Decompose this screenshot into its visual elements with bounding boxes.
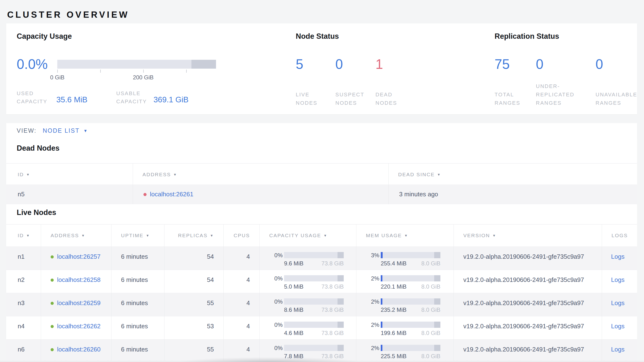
node-address-link[interactable]: localhost:26260 bbox=[57, 346, 100, 353]
bar-reserved-segment bbox=[338, 322, 344, 328]
capacity-usage-bar bbox=[284, 345, 344, 351]
node-logs-cell: Logs bbox=[602, 339, 637, 362]
node-live-dot-icon bbox=[50, 302, 54, 305]
capacity-usage-percent: 0% bbox=[266, 275, 282, 282]
logs-link[interactable]: Logs bbox=[611, 253, 624, 260]
mem-usage-widget: 2%220.1 MiB8.0 GiB bbox=[362, 275, 454, 290]
column-header-replicas[interactable]: REPLICAS▼ bbox=[164, 225, 224, 247]
node-cpus-cell: 4 bbox=[224, 270, 260, 293]
stat-value: 75 bbox=[494, 57, 510, 71]
stat-label: DEAD NODES bbox=[376, 90, 397, 107]
capacity-usage-percent: 0% bbox=[266, 252, 282, 259]
mem-usage-bar bbox=[381, 275, 440, 281]
stat-value: 0 bbox=[536, 57, 544, 71]
mem-usage-widget: 2%199.6 MiB8.0 GiB bbox=[362, 322, 454, 336]
stat-label: UNDER- REPLICATED RANGES bbox=[536, 82, 574, 107]
node-address-link[interactable]: localhost:26259 bbox=[57, 299, 100, 306]
dead-node-dead-since-cell: 3 minutes ago bbox=[388, 185, 637, 204]
node-capacity-usage-cell: 0%4.6 MiB73.8 GiB bbox=[260, 316, 356, 339]
capacity-total-value: 73.8 GiB bbox=[322, 330, 344, 336]
node-version-cell: v19.2.0-alpha.20190606-2491-gfe735c9a97 bbox=[454, 270, 602, 293]
node-live-dot-icon bbox=[50, 325, 54, 328]
dead-nodes-heading: Dead Nodes bbox=[17, 144, 60, 152]
column-header-uptime[interactable]: UPTIME▼ bbox=[112, 225, 164, 247]
mem-usage-percent: 2% bbox=[362, 345, 379, 351]
usable-capacity-value: 369.1 GiB bbox=[154, 95, 188, 104]
mem-usage-bar bbox=[381, 298, 440, 305]
view-selected-value: NODE LIST bbox=[43, 127, 80, 134]
node-uptime-cell: 6 minutes bbox=[112, 270, 164, 293]
node-cpus-cell: 4 bbox=[224, 316, 260, 339]
used-capacity-label: USED CAPACITY bbox=[17, 89, 47, 106]
capacity-usage-percent: 0% bbox=[266, 322, 282, 328]
capacity-usage-bar bbox=[284, 252, 344, 258]
column-header-address[interactable]: ADDRESS▼ bbox=[133, 163, 388, 185]
axis-tick bbox=[100, 70, 101, 73]
node-uptime-cell: 6 minutes bbox=[112, 247, 164, 270]
bar-usage-fill bbox=[381, 252, 383, 258]
mem-usage-widget: 3%255.4 MiB8.0 GiB bbox=[362, 252, 454, 267]
logs-link[interactable]: Logs bbox=[611, 346, 624, 353]
mem-used-value: 199.6 MiB bbox=[381, 330, 406, 336]
column-header-id[interactable]: ID▼ bbox=[6, 163, 133, 185]
node-address-link[interactable]: localhost:26258 bbox=[57, 276, 100, 283]
mem-used-value: 235.2 MiB bbox=[381, 306, 406, 313]
node-logs-cell: Logs bbox=[602, 316, 637, 339]
capacity-usage-widget: 0%8.6 MiB73.8 GiB bbox=[266, 298, 356, 313]
node-address-link[interactable]: localhost:26262 bbox=[57, 322, 100, 330]
node-address-link[interactable]: localhost:26257 bbox=[57, 253, 100, 260]
column-header-cpus: CPUS bbox=[224, 225, 260, 247]
node-logs-cell: Logs bbox=[602, 247, 637, 270]
column-header-label: VERSION bbox=[463, 233, 490, 238]
node-version-cell: v19.2.0-alpha.20190606-2491-gfe735c9a97 bbox=[454, 247, 602, 270]
stat-label: UNAVAILABLE RANGES bbox=[596, 90, 637, 107]
column-header-dead-since[interactable]: DEAD SINCE▼ bbox=[388, 163, 637, 185]
bar-reserved-segment bbox=[434, 275, 440, 281]
axis-tick bbox=[143, 70, 144, 73]
capacity-usage-bar bbox=[284, 322, 344, 328]
node-cpus-cell: 4 bbox=[224, 247, 260, 270]
mem-usage-bar bbox=[381, 252, 440, 258]
column-header-label: MEM USAGE bbox=[366, 233, 402, 238]
axis-tick-label: 200 GiB bbox=[129, 74, 158, 81]
node-id-cell: n1 bbox=[6, 247, 41, 270]
sort-desc-icon: ▼ bbox=[26, 173, 30, 176]
stat-label: TOTAL RANGES bbox=[494, 90, 520, 107]
node-live-dot-icon bbox=[50, 255, 54, 258]
capacity-usage-percent: 0.0% bbox=[17, 57, 48, 71]
sort-desc-icon: ▼ bbox=[404, 234, 408, 237]
node-mem-usage-cell: 2%199.6 MiB8.0 GiB bbox=[356, 316, 454, 339]
axis-tick-label: 0 GiB bbox=[48, 74, 67, 81]
column-header-label: ADDRESS bbox=[142, 172, 171, 177]
column-header-version[interactable]: VERSION▼ bbox=[454, 225, 602, 247]
logs-link[interactable]: Logs bbox=[611, 322, 624, 330]
node-live-dot-icon bbox=[50, 279, 54, 282]
axis-tick bbox=[57, 70, 58, 73]
column-header-label: REPLICAS bbox=[178, 233, 208, 238]
column-header-capacity-usage[interactable]: CAPACITY USAGE▼ bbox=[260, 225, 356, 247]
column-header-mem-usage[interactable]: MEM USAGE▼ bbox=[356, 225, 454, 247]
bottom-shadow-smudge bbox=[182, 357, 358, 362]
node-logs-cell: Logs bbox=[602, 270, 637, 293]
stat-label: SUSPECT NODES bbox=[335, 90, 364, 107]
column-header-address[interactable]: ADDRESS▼ bbox=[41, 225, 112, 247]
column-header-label: ADDRESS bbox=[50, 233, 79, 238]
replication-status-title: Replication Status bbox=[494, 32, 559, 41]
view-selector-dropdown[interactable]: NODE LIST▼ bbox=[43, 123, 88, 138]
view-label: VIEW: bbox=[17, 123, 36, 138]
mem-total-value: 8.0 GiB bbox=[421, 353, 440, 359]
sort-desc-icon: ▼ bbox=[210, 234, 214, 237]
node-id-cell: n2 bbox=[6, 270, 41, 293]
mem-usage-percent: 2% bbox=[362, 322, 379, 328]
capacity-total-value: 73.8 GiB bbox=[322, 283, 344, 290]
logs-link[interactable]: Logs bbox=[611, 299, 624, 306]
logs-link[interactable]: Logs bbox=[611, 276, 624, 283]
sort-desc-icon: ▼ bbox=[324, 234, 327, 237]
column-header-id[interactable]: ID▼ bbox=[6, 225, 41, 247]
stat-value: 5 bbox=[296, 57, 304, 71]
node-version-cell: v19.2.0-alpha.20190606-2491-gfe735c9a97 bbox=[454, 316, 602, 339]
node-mem-usage-cell: 3%255.4 MiB8.0 GiB bbox=[356, 247, 454, 270]
column-header-label: CAPACITY USAGE bbox=[269, 233, 321, 238]
node-address-link[interactable]: localhost:26261 bbox=[150, 191, 193, 198]
bar-reserved-segment bbox=[434, 345, 440, 351]
